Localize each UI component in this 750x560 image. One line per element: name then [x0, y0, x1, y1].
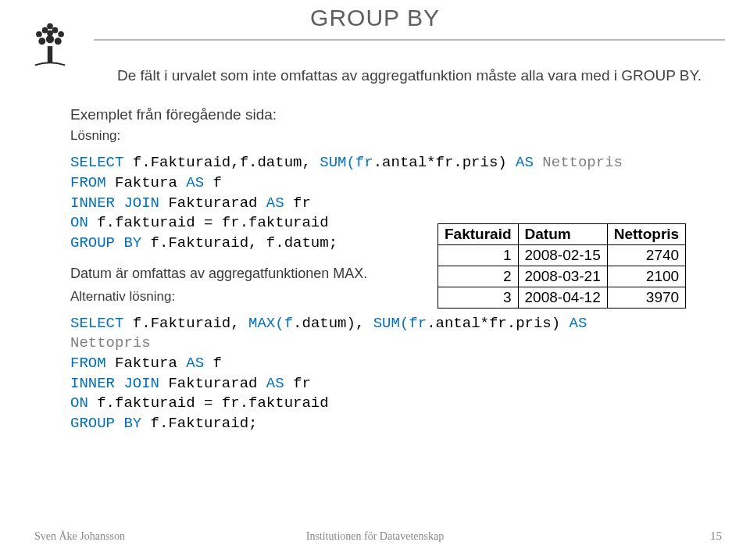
code-text: Faktura	[106, 174, 187, 191]
code-text: f.Fakturaid,	[123, 315, 248, 332]
kw-on: ON	[70, 394, 88, 412]
cell: 2008-02-15	[518, 245, 607, 266]
cell: 2	[438, 266, 519, 287]
cell: 2008-04-12	[518, 287, 607, 309]
code-text: f.Fakturaid;	[141, 415, 257, 432]
kw-groupby: GROUP BY	[70, 234, 141, 251]
col-nettopris: Nettopris	[607, 224, 685, 245]
code-text: fr	[284, 194, 311, 212]
col-datum: Datum	[518, 224, 607, 245]
kw-as: AS	[266, 194, 284, 212]
alias: Nettopris	[70, 334, 151, 351]
kw-from: FROM	[70, 355, 106, 372]
title-underline	[94, 39, 725, 41]
kw-sum: SUM(fr	[320, 154, 373, 171]
cell: 2740	[607, 245, 685, 266]
kw-groupby: GROUP BY	[70, 415, 141, 432]
kw-as: AS	[266, 375, 284, 392]
kw-max: MAX(f	[248, 315, 293, 332]
cell: 3	[438, 287, 519, 309]
table-header-row: Fakturaid Datum Nettopris	[438, 224, 686, 245]
footer-page-number: 15	[710, 530, 722, 543]
kw-select: SELECT	[70, 154, 123, 171]
svg-point-3	[55, 37, 62, 45]
kw-as: AS	[507, 154, 543, 171]
svg-point-2	[38, 37, 45, 45]
col-fakturaid: Fakturaid	[438, 224, 519, 245]
code-text: Fakturarad	[159, 194, 266, 212]
table-row: 3 2008-04-12 3970	[438, 287, 686, 309]
kw-innerjoin: INNER JOIN	[70, 194, 159, 212]
footer-author: Sven Åke Johansson	[34, 530, 125, 543]
intro-text: De fält i urvalet som inte omfattas av a…	[70, 66, 711, 86]
kw-sum: SUM(fr	[373, 315, 427, 332]
kw-innerjoin: INNER JOIN	[70, 375, 159, 392]
cell: 2008-03-21	[518, 266, 607, 287]
code-text: f	[204, 174, 222, 191]
code-text: f.fakturaid = fr.fakturaid	[88, 394, 329, 412]
svg-point-4	[36, 31, 42, 37]
code-text: Fakturarad	[159, 375, 266, 392]
code-text: fr	[284, 375, 311, 392]
code-text: f.Fakturaid,f.datum,	[123, 154, 320, 171]
kw-as: AS	[186, 174, 204, 191]
result-table: Fakturaid Datum Nettopris 1 2008-02-15 2…	[438, 223, 686, 309]
kw-select: SELECT	[70, 315, 123, 332]
svg-rect-0	[48, 46, 52, 63]
cell: 2100	[607, 266, 685, 287]
svg-point-5	[58, 31, 64, 37]
table-row: 1 2008-02-15 2740	[438, 245, 686, 266]
slide: GROUP BY De fält i urvalet som inte omfa…	[0, 0, 750, 560]
kw-as: AS	[186, 355, 204, 372]
code-text: f.Fakturaid, f.datum;	[141, 234, 338, 251]
code-text: Faktura	[106, 355, 187, 372]
code-text: .datum),	[293, 315, 373, 332]
kw-as: AS	[560, 315, 587, 332]
cell: 1	[438, 245, 519, 266]
table-row: 2 2008-03-21 2100	[438, 266, 686, 287]
kw-on: ON	[70, 214, 88, 231]
slide-title: GROUP BY	[0, 5, 750, 31]
alias: Nettopris	[542, 154, 623, 171]
code-text: f.fakturaid = fr.fakturaid	[88, 214, 329, 231]
code-text: .antal*fr.pris)	[427, 315, 560, 332]
footer: Sven Åke Johansson Institutionen för Dat…	[0, 530, 750, 543]
svg-point-1	[46, 35, 54, 43]
kw-from: FROM	[70, 174, 106, 191]
code-text: f	[204, 355, 222, 372]
code-text: .antal*fr.pris)	[373, 154, 507, 171]
example-label: Exemplet från föregående sida:	[70, 105, 711, 125]
solution-label: Lösning:	[70, 127, 711, 145]
code-block-2: SELECT f.Fakturaid, MAX(f.datum), SUM(fr…	[70, 314, 711, 434]
cell: 3970	[607, 287, 685, 309]
